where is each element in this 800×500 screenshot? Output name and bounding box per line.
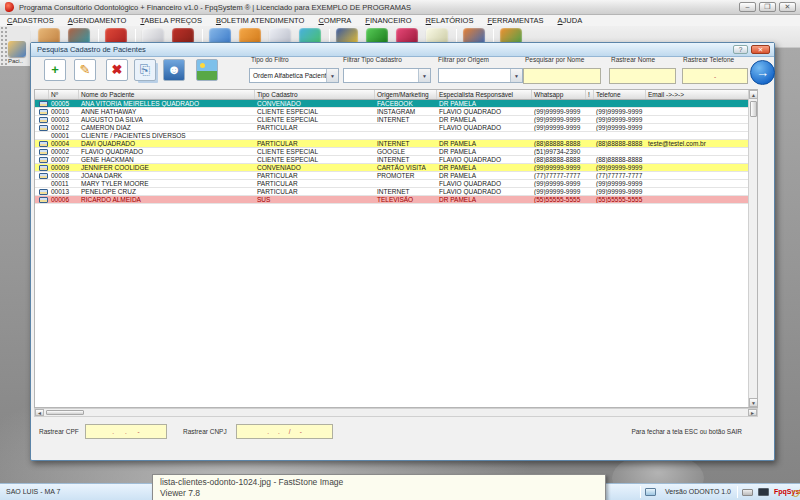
patient-export-icon[interactable]: ☻ [163,59,185,81]
menu-ajuda[interactable]: AJUDA [551,16,590,25]
cell: DR PAMELA [437,148,532,155]
cell: DR PAMELA [437,164,532,171]
cell: 00003 [49,116,79,123]
screen: Programa Consultório Odontológico + Fina… [0,0,800,500]
menu-relat-rios[interactable]: RELATÓRIOS [419,16,481,25]
cell: PARTICULAR [255,124,375,131]
photo-icon [39,101,48,107]
dialog-titlebar[interactable]: Pesquisa Cadastro de Pacientes ? ✕ [31,43,774,57]
scroll-up-icon[interactable]: ▲ [749,90,758,99]
filtrar-tipo-cadastro-label: Filtrar Tipo Cadastro [343,56,402,63]
filtrar-origem-combo[interactable]: ▼ [438,68,523,83]
photo-icon [39,141,48,147]
cell [646,100,750,107]
table-row[interactable]: 00002FLAVIO QUADRADOCLIENTE ESPECIALGOOG… [35,148,757,156]
rastrear-cpf-input[interactable] [85,424,167,439]
photo-icon [39,157,48,163]
tipo-filtro-combo[interactable]: Ordem Alfabetica Paciente ▼ [249,68,339,83]
cell [532,132,586,139]
cell: FLAVIO QUADRADO [437,156,532,163]
side-toolbar-gripper[interactable] [0,26,7,66]
menu-financeiro[interactable]: FINANCEIRO [358,16,418,25]
table-row[interactable]: 00011MARY TYLER MOOREPARTICULARFLAVIO QU… [35,180,757,188]
column-header-3[interactable]: Tipo Cadastro [255,90,375,99]
table-row[interactable]: 00009JENNIFER COOLIDGECONVENIADOCARTÃO V… [35,164,757,172]
cell [586,124,594,131]
menu-agendamento[interactable]: AGENDAMENTO [61,16,134,25]
table-row[interactable]: 00012CAMERON DIAZPARTICULARFLAVIO QUADRA… [35,124,757,132]
patients-big-button-icon[interactable] [8,41,26,57]
column-header-7[interactable]: ! [586,90,594,99]
rastrear-cnpj-input[interactable] [236,424,333,439]
rastrear-telefone-input[interactable] [682,68,748,84]
cell [646,180,750,187]
tooltip-line2: Viewer 7.8 [160,488,598,499]
cell: FLAVIO QUADRADO [437,108,532,115]
edit-patient-icon[interactable]: ✎ [74,59,96,81]
vertical-scrollbar[interactable]: ▲ ▼ [748,90,757,407]
column-header-4[interactable]: Origem/Marketing [375,90,437,99]
restore-button[interactable]: ❐ [759,2,776,12]
cell: PARTICULAR [255,172,375,179]
dialog-close-button[interactable]: ✕ [751,45,770,54]
column-header-0[interactable] [35,90,49,99]
horizontal-scrollbar[interactable]: ◄ ► [34,408,758,417]
table-row[interactable]: 00007GENE HACKMANCLIENTE ESPECIALINTERNE… [35,156,757,164]
photo-icon-cell [35,196,49,203]
cell: (99)99999-9999 [532,116,586,123]
table-row[interactable]: 00010ANNE HATHAWAYCLIENTE ESPECIALINSTAG… [35,108,757,116]
cell: (99)99999-9999 [594,116,646,123]
tipo-filtro-value: Ordem Alfabetica Paciente [250,72,326,79]
chevron-down-icon[interactable]: ▼ [326,69,338,82]
table-row[interactable]: 00005ANA VITORIA MEIRELLES QUADRADOCONVE… [35,100,757,108]
column-header-5[interactable]: Especialista Responsável [437,90,532,99]
photo-icon-cell [35,148,49,155]
cell: CLIENTE ESPECIAL [255,148,375,155]
column-header-9[interactable]: Email ->->-> [646,90,750,99]
patient-photo-icon[interactable] [196,59,218,81]
cell [586,172,594,179]
column-header-1[interactable]: Nº [49,90,79,99]
delete-patient-icon[interactable]: ✖ [106,59,128,81]
cell: JOANA DARK [79,172,255,179]
add-patient-icon[interactable]: + [44,59,66,81]
patients-big-button-label: Paci.. [8,58,23,64]
chevron-down-icon[interactable]: ▼ [510,69,522,82]
table-row[interactable]: 00013PENELOPE CRUZPARTICULARINTERNETFLAV… [35,188,757,196]
statusbar-separator [640,486,641,498]
cell: PARTICULAR [255,188,375,195]
cell: CLIENTE ESPECIAL [255,156,375,163]
column-header-8[interactable]: Telefone [594,90,646,99]
cell: (99)99999-9999 [532,124,586,131]
table-row[interactable]: 00001CLIENTE / PACIENTES DIVERSOS [35,132,757,140]
pesquisar-nome-input[interactable] [523,68,601,84]
chevron-down-icon[interactable]: ▼ [418,69,430,82]
cell [375,180,437,187]
horizontal-scroll-thumb[interactable] [46,410,84,415]
minimize-button[interactable]: – [739,2,756,12]
table-row[interactable]: 00008JOANA DARKPARTICULARPROMOTERDR PAME… [35,172,757,180]
rastrear-nome-input[interactable] [609,68,676,84]
grid-header[interactable]: NºNome do PacienteTipo CadastroOrigem/Ma… [35,90,757,100]
table-row[interactable]: 00003AUGUSTO DA SILVACLIENTE ESPECIALINT… [35,116,757,124]
menu-compra[interactable]: COMPRA [311,16,358,25]
copy-print-icon[interactable]: ⎘ [134,59,156,81]
vertical-scroll-thumb[interactable] [750,101,757,117]
scroll-left-icon[interactable]: ◄ [35,409,44,416]
table-row[interactable]: 00006RICARDO ALMEIDASUSTELEVISÃODR PAMEL… [35,196,757,204]
cell: 00001 [49,132,79,139]
filtrar-tipo-cadastro-combo[interactable]: ▼ [343,68,431,83]
column-header-2[interactable]: Nome do Paciente [79,90,255,99]
menu-boletim-atendimento[interactable]: BOLETIM ATENDIMENTO [209,16,312,25]
dialog-help-button[interactable]: ? [733,45,748,54]
menu-ferramentas[interactable]: FERRAMENTAS [480,16,550,25]
photo-icon-cell [35,188,49,195]
close-button[interactable]: ✕ [779,2,796,12]
menu-cadastros[interactable]: CADASTROS [0,16,61,25]
menu-tabela-pre-os[interactable]: TABELA PREÇOS [133,16,209,25]
column-header-6[interactable]: Whatsapp [532,90,586,99]
scroll-right-icon[interactable]: ► [748,409,757,416]
table-row[interactable]: 00004DAVI QUADRADOPARTICULARINTERNETDR P… [35,140,757,148]
scroll-down-icon[interactable]: ▼ [749,398,758,407]
search-go-button[interactable]: → [750,60,775,85]
